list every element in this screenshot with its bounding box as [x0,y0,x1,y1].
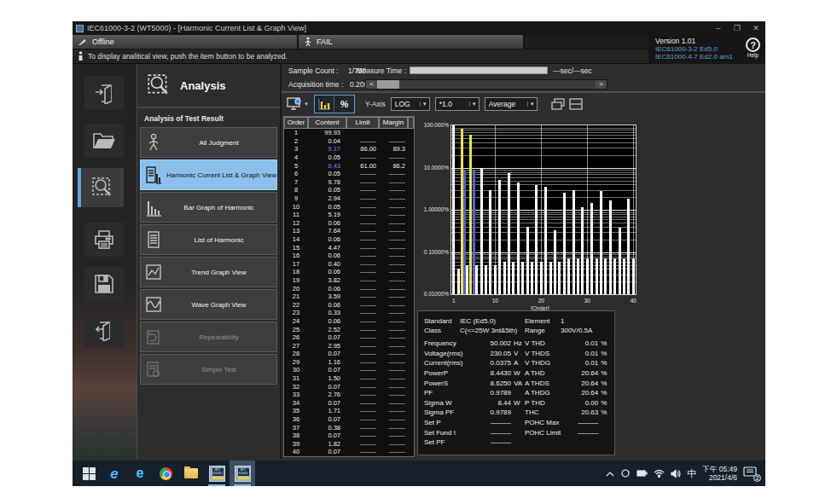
mode-select[interactable]: Average ▼ [485,97,538,111]
help-button[interactable]: ? Help [746,38,760,58]
table-cell: --------- [379,374,408,383]
wifi-icon[interactable] [654,469,665,478]
content-bar [544,187,547,294]
table-cell: 18 [284,268,308,276]
table-cell: --------- [346,301,379,310]
table-cell: 28 [284,350,308,358]
table-row: 20.04------------------ [284,137,414,146]
button-trend-graph[interactable]: Trend Graph View [140,257,277,287]
notification-center-button[interactable]: 2 [743,466,759,480]
restore-button[interactable]: ❐ [728,21,747,35]
sidebar-item-connect[interactable] [84,76,124,110]
minimize-button[interactable]: – [709,21,728,35]
table-cell: 10 [284,203,308,211]
volume-icon[interactable] [671,469,681,478]
y-scale-value: LOG [392,100,420,108]
table-cell: --------- [379,252,408,260]
button-repeatability[interactable]: Repeatability [140,322,277,352]
split-windows-icon[interactable] [569,98,583,110]
y-scale-select[interactable]: LOG ▼ [391,97,430,111]
app-window: IEC61000-3-2 (WT5000) - [Harmonic Curren… [73,21,765,461]
table-cell: 0.07 [308,432,346,440]
table-cell: --------- [379,170,408,178]
table-cell: 22 [284,301,308,310]
table-row: 380.07------------------ [284,432,414,440]
info-message: To display analitical view, push the ite… [88,52,288,61]
table-row: 120.06------------------ [284,219,414,228]
start-button[interactable] [76,461,102,486]
y-tick-label: 1.00000% [416,206,449,212]
sidebar-item-print[interactable] [84,223,124,257]
content-bar [632,258,635,294]
scroll-track[interactable] [399,80,596,89]
content-bar [512,262,514,295]
harmonic-table[interactable]: OrderContentLimitMargin 199.9320.04-----… [283,116,415,457]
taskbar-explorer[interactable] [178,461,204,486]
info-measurement-row: A THD20.64% [525,368,612,379]
table-cell: 0.07 [308,448,346,456]
taskbar-chrome[interactable] [153,461,178,486]
scroll-left-arrow[interactable]: < [366,80,377,89]
sidebar-item-exit[interactable] [84,313,124,347]
button-harmonic-current-list[interactable]: Harmonic Current List & Graph View [140,159,277,190]
sidebar-item-analysis[interactable] [81,168,124,207]
table-cell: 17 [284,260,308,269]
wt-app-icon: IEC61000 [235,466,251,482]
grid-line [451,240,636,240]
notification-badge: 2 [753,474,761,482]
taskbar-ie[interactable]: e [102,461,127,486]
table-cell: --------- [346,244,379,252]
taskbar-app-1[interactable]: IEC61000 [204,461,230,486]
button-simple-test[interactable]: Simple Test [140,354,277,385]
scroll-right-arrow[interactable]: > [596,80,607,89]
sync-icon[interactable] [620,468,631,478]
table-cell: --------- [379,285,408,293]
table-cell: --------- [379,203,408,211]
chevron-up-icon[interactable] [606,471,614,477]
table-cell: --------- [346,432,379,440]
table-row: 60.05------------------ [284,170,414,178]
sidebar-item-save[interactable] [84,267,124,301]
sample-scrollbar[interactable]: < > [365,79,607,90]
button-wave-graph[interactable]: Wave Graph View [140,289,277,320]
zoom-select[interactable]: *1.0 ▼ [435,97,480,111]
cascade-windows-icon[interactable] [551,98,565,110]
table-cell: --------- [346,333,379,342]
bar-display-button[interactable] [315,96,334,113]
display-select-button[interactable]: ▼ [287,97,309,110]
percent-display-button[interactable]: % [334,96,354,113]
content-bar [590,203,593,295]
taskbar-edge[interactable]: e [127,461,153,486]
table-cell: --------- [379,432,408,440]
content-bar [613,258,616,294]
close-button[interactable]: ✕ [747,21,765,35]
taskbar-app-2-active[interactable]: IEC61000 [230,461,255,486]
y-tick-label: 10.0000% [416,165,449,171]
scroll-thumb[interactable] [377,80,399,89]
monitor-icon [287,97,302,110]
table-cell: 32 [284,383,308,391]
table-cell [346,129,379,137]
taskbar-clock[interactable]: 下午 05:49 2021/4/6 [702,465,737,482]
grid-line [451,258,636,259]
button-all-judgment[interactable]: All Judgment [140,127,277,158]
table-body: 199.9320.04------------------39.1786.008… [284,129,414,456]
table-cell: 0.06 [308,317,346,326]
sidebar-item-open-file[interactable] [84,124,124,158]
table-cell: --------- [379,293,408,301]
button-list-of-harmonic[interactable]: List of Harmonic [140,224,277,255]
table-row: 193.82------------------ [284,276,414,285]
table-cell: 5.19 [308,211,346,219]
person-info-icon [78,51,84,61]
device-icon[interactable] [636,469,648,478]
zoom-value: *1.0 [436,100,469,108]
layout-buttons [551,98,583,110]
table-row: 213.59------------------ [284,293,414,301]
table-row: 180.06------------------ [284,268,414,276]
content-bar [521,262,524,295]
info-measurement-row: PF0.9789 [424,388,525,398]
ime-indicator[interactable]: 中 [687,467,696,480]
button-bar-graph[interactable]: Bar Graph of Harmonic [140,192,277,223]
table-cell: --------- [346,276,379,285]
table-cell: 15 [284,244,308,252]
